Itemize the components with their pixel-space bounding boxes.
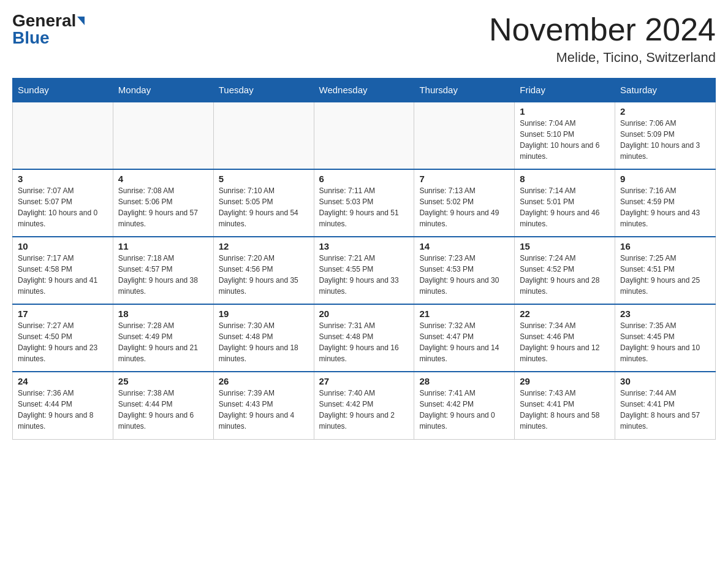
day-number: 17 [18,308,108,319]
logo-general-text: General [12,12,76,29]
day-number: 28 [419,376,509,386]
day-number: 7 [419,174,509,184]
calendar-cell: 1Sunrise: 7:04 AMSunset: 5:10 PMDaylight… [515,102,615,169]
logo-arrow-icon [77,17,85,25]
title-area: November 2024 Melide, Ticino, Switzerlan… [489,12,716,66]
calendar-cell: 8Sunrise: 7:14 AMSunset: 5:01 PMDaylight… [515,169,615,237]
day-number: 20 [319,308,409,319]
col-header-tuesday: Tuesday [213,79,314,102]
calendar-cell: 13Sunrise: 7:21 AMSunset: 4:55 PMDayligh… [314,237,414,304]
sun-info: Sunrise: 7:41 AMSunset: 4:42 PMDaylight:… [419,388,509,432]
day-number: 22 [520,308,610,319]
day-number: 29 [520,376,610,386]
sun-info: Sunrise: 7:24 AMSunset: 4:52 PMDaylight:… [520,253,610,297]
sun-info: Sunrise: 7:11 AMSunset: 5:03 PMDaylight:… [319,185,409,229]
calendar-cell [314,102,414,169]
location: Melide, Ticino, Switzerland [489,50,716,66]
calendar-cell: 6Sunrise: 7:11 AMSunset: 5:03 PMDaylight… [314,169,414,237]
calendar-cell: 15Sunrise: 7:24 AMSunset: 4:52 PMDayligh… [515,237,615,304]
day-number: 9 [620,174,710,184]
day-number: 30 [620,376,710,386]
sun-info: Sunrise: 7:25 AMSunset: 4:51 PMDaylight:… [620,253,710,297]
sun-info: Sunrise: 7:10 AMSunset: 5:05 PMDaylight:… [219,185,309,229]
col-header-friday: Friday [515,79,615,102]
calendar-cell: 12Sunrise: 7:20 AMSunset: 4:56 PMDayligh… [213,237,314,304]
calendar-cell: 5Sunrise: 7:10 AMSunset: 5:05 PMDaylight… [213,169,314,237]
sun-info: Sunrise: 7:28 AMSunset: 4:49 PMDaylight:… [118,320,208,364]
calendar-cell: 26Sunrise: 7:39 AMSunset: 4:43 PMDayligh… [213,372,314,439]
calendar-cell: 17Sunrise: 7:27 AMSunset: 4:50 PMDayligh… [13,304,113,372]
col-header-thursday: Thursday [414,79,515,102]
col-header-wednesday: Wednesday [314,79,414,102]
sun-info: Sunrise: 7:07 AMSunset: 5:07 PMDaylight:… [18,185,108,229]
calendar-cell: 20Sunrise: 7:31 AMSunset: 4:48 PMDayligh… [314,304,414,372]
calendar-table: SundayMondayTuesdayWednesdayThursdayFrid… [12,78,716,440]
month-title: November 2024 [489,12,716,47]
day-number: 24 [18,376,108,386]
day-number: 3 [18,174,108,184]
day-number: 18 [118,308,208,319]
sun-info: Sunrise: 7:04 AMSunset: 5:10 PMDaylight:… [520,118,610,162]
sun-info: Sunrise: 7:31 AMSunset: 4:48 PMDaylight:… [319,320,409,364]
day-number: 1 [520,106,610,117]
sun-info: Sunrise: 7:23 AMSunset: 4:53 PMDaylight:… [419,253,509,297]
calendar-week-2: 3Sunrise: 7:07 AMSunset: 5:07 PMDaylight… [13,169,716,237]
calendar-cell [13,102,113,169]
sun-info: Sunrise: 7:27 AMSunset: 4:50 PMDaylight:… [18,320,108,364]
sun-info: Sunrise: 7:32 AMSunset: 4:47 PMDaylight:… [419,320,509,364]
calendar-cell: 14Sunrise: 7:23 AMSunset: 4:53 PMDayligh… [414,237,515,304]
calendar-header-row: SundayMondayTuesdayWednesdayThursdayFrid… [13,79,716,102]
sun-info: Sunrise: 7:21 AMSunset: 4:55 PMDaylight:… [319,253,409,297]
day-number: 10 [18,241,108,251]
calendar-cell: 10Sunrise: 7:17 AMSunset: 4:58 PMDayligh… [13,237,113,304]
calendar-week-1: 1Sunrise: 7:04 AMSunset: 5:10 PMDaylight… [13,102,716,169]
sun-info: Sunrise: 7:20 AMSunset: 4:56 PMDaylight:… [219,253,309,297]
col-header-saturday: Saturday [615,79,716,102]
calendar-cell: 30Sunrise: 7:44 AMSunset: 4:41 PMDayligh… [615,372,716,439]
day-number: 5 [219,174,309,184]
day-number: 15 [520,241,610,251]
day-number: 4 [118,174,208,184]
day-number: 26 [219,376,309,386]
sun-info: Sunrise: 7:36 AMSunset: 4:44 PMDaylight:… [18,388,108,432]
sun-info: Sunrise: 7:08 AMSunset: 5:06 PMDaylight:… [118,185,208,229]
calendar-cell: 27Sunrise: 7:40 AMSunset: 4:42 PMDayligh… [314,372,414,439]
page-header: General Blue November 2024 Melide, Ticin… [12,12,716,66]
day-number: 25 [118,376,208,386]
calendar-cell: 2Sunrise: 7:06 AMSunset: 5:09 PMDaylight… [615,102,716,169]
sun-info: Sunrise: 7:30 AMSunset: 4:48 PMDaylight:… [219,320,309,364]
sun-info: Sunrise: 7:34 AMSunset: 4:46 PMDaylight:… [520,320,610,364]
day-number: 16 [620,241,710,251]
col-header-monday: Monday [113,79,213,102]
day-number: 12 [219,241,309,251]
day-number: 8 [520,174,610,184]
calendar-cell: 11Sunrise: 7:18 AMSunset: 4:57 PMDayligh… [113,237,213,304]
calendar-week-4: 17Sunrise: 7:27 AMSunset: 4:50 PMDayligh… [13,304,716,372]
calendar-cell [113,102,213,169]
sun-info: Sunrise: 7:35 AMSunset: 4:45 PMDaylight:… [620,320,710,364]
calendar-cell: 21Sunrise: 7:32 AMSunset: 4:47 PMDayligh… [414,304,515,372]
calendar-cell [414,102,515,169]
sun-info: Sunrise: 7:40 AMSunset: 4:42 PMDaylight:… [319,388,409,432]
day-number: 27 [319,376,409,386]
day-number: 11 [118,241,208,251]
calendar-cell: 16Sunrise: 7:25 AMSunset: 4:51 PMDayligh… [615,237,716,304]
calendar-cell: 24Sunrise: 7:36 AMSunset: 4:44 PMDayligh… [13,372,113,439]
sun-info: Sunrise: 7:16 AMSunset: 4:59 PMDaylight:… [620,185,710,229]
day-number: 21 [419,308,509,319]
calendar-cell: 7Sunrise: 7:13 AMSunset: 5:02 PMDaylight… [414,169,515,237]
calendar-cell: 3Sunrise: 7:07 AMSunset: 5:07 PMDaylight… [13,169,113,237]
sun-info: Sunrise: 7:44 AMSunset: 4:41 PMDaylight:… [620,388,710,432]
sun-info: Sunrise: 7:39 AMSunset: 4:43 PMDaylight:… [219,388,309,432]
day-number: 13 [319,241,409,251]
day-number: 23 [620,308,710,319]
calendar-cell: 23Sunrise: 7:35 AMSunset: 4:45 PMDayligh… [615,304,716,372]
calendar-cell: 25Sunrise: 7:38 AMSunset: 4:44 PMDayligh… [113,372,213,439]
sun-info: Sunrise: 7:43 AMSunset: 4:41 PMDaylight:… [520,388,610,432]
col-header-sunday: Sunday [13,79,113,102]
logo: General Blue [12,12,85,47]
calendar-cell: 22Sunrise: 7:34 AMSunset: 4:46 PMDayligh… [515,304,615,372]
calendar-cell: 4Sunrise: 7:08 AMSunset: 5:06 PMDaylight… [113,169,213,237]
calendar-cell: 9Sunrise: 7:16 AMSunset: 4:59 PMDaylight… [615,169,716,237]
day-number: 19 [219,308,309,319]
